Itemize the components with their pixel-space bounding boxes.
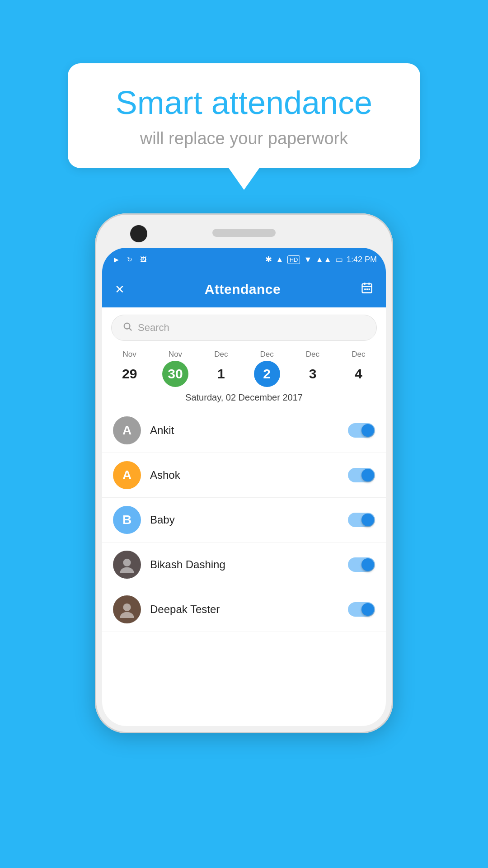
status-time: 1:42 PM bbox=[347, 255, 377, 264]
bluetooth-icon: ✱ bbox=[265, 255, 272, 264]
status-bar: ▶ ↻ 🖼 ✱ ▲ HD ▼ ▲▲ ▭ 1:42 PM bbox=[102, 248, 386, 271]
attendance-item-baby: B Baby bbox=[102, 498, 386, 542]
person-name-deepak: Deepak Tester bbox=[150, 603, 348, 616]
svg-point-11 bbox=[123, 604, 131, 611]
close-button[interactable]: ✕ bbox=[115, 283, 125, 297]
search-bar[interactable]: Search bbox=[111, 315, 377, 341]
avatar-bikash bbox=[113, 551, 141, 579]
attendance-toggle-deepak[interactable] bbox=[348, 602, 375, 617]
calendar-nums-row: 29301234 bbox=[107, 361, 381, 387]
phone-mockup: ▶ ↻ 🖼 ✱ ▲ HD ▼ ▲▲ ▭ 1:42 PM ✕ Attendance bbox=[95, 213, 393, 733]
phone-screen: ▶ ↻ 🖼 ✱ ▲ HD ▼ ▲▲ ▭ 1:42 PM ✕ Attendance bbox=[102, 248, 386, 726]
svg-point-12 bbox=[120, 612, 134, 618]
photo-icon: 🖼 bbox=[138, 256, 148, 263]
calendar-day-30[interactable]: 30 bbox=[157, 361, 193, 387]
svg-point-9 bbox=[123, 559, 131, 566]
svg-point-10 bbox=[120, 567, 134, 573]
battery-icon: ▭ bbox=[335, 255, 343, 264]
attendance-toggle-bikash[interactable] bbox=[348, 557, 375, 572]
attendance-item-deepak: Deepak Tester bbox=[102, 587, 386, 632]
svg-rect-4 bbox=[364, 288, 366, 290]
attendance-toggle-baby[interactable] bbox=[348, 513, 375, 527]
speech-bubble: Smart attendance will replace your paper… bbox=[68, 63, 420, 168]
person-name-ashok: Ashok bbox=[150, 469, 348, 481]
calendar-month-label: Dec bbox=[295, 350, 331, 361]
wifi-icon: ▼ bbox=[304, 255, 312, 264]
search-placeholder: Search bbox=[138, 322, 169, 334]
calendar-strip: NovNovDecDecDecDec 29301234 Saturday, 02… bbox=[102, 346, 386, 408]
avatar-ashok: A bbox=[113, 461, 141, 489]
calendar-day-29[interactable]: 29 bbox=[112, 361, 148, 387]
calendar-button[interactable] bbox=[361, 282, 373, 297]
calendar-month-label: Nov bbox=[157, 350, 193, 361]
attendance-toggle-ankit[interactable] bbox=[348, 423, 375, 438]
bubble-subtitle: will replace your paperwork bbox=[95, 129, 393, 148]
hd-badge: HD bbox=[287, 255, 300, 264]
svg-point-7 bbox=[124, 323, 130, 329]
calendar-day-2[interactable]: 2 bbox=[249, 361, 285, 387]
phone-speaker bbox=[212, 229, 276, 237]
attendance-list: A Ankit A Ashok B Baby Bikash Dashing bbox=[102, 408, 386, 726]
calendar-month-label: Dec bbox=[203, 350, 239, 361]
status-right: ✱ ▲ HD ▼ ▲▲ ▭ 1:42 PM bbox=[265, 255, 377, 264]
avatar-baby: B bbox=[113, 506, 141, 534]
calendar-days-row: NovNovDecDecDecDec bbox=[107, 350, 381, 361]
app-bar: ✕ Attendance bbox=[102, 271, 386, 307]
calendar-day-3[interactable]: 3 bbox=[295, 361, 331, 387]
search-icon bbox=[122, 321, 132, 334]
attendance-item-bikash: Bikash Dashing bbox=[102, 542, 386, 587]
phone-camera bbox=[130, 225, 147, 242]
svg-rect-5 bbox=[366, 288, 368, 290]
calendar-month-label: Dec bbox=[249, 350, 285, 361]
person-name-bikash: Bikash Dashing bbox=[150, 558, 348, 571]
svg-line-8 bbox=[129, 328, 131, 330]
calendar-day-4[interactable]: 4 bbox=[340, 361, 376, 387]
attendance-item-ankit: A Ankit bbox=[102, 408, 386, 453]
sync-icon: ↻ bbox=[125, 256, 135, 263]
svg-rect-6 bbox=[368, 288, 370, 290]
person-name-ankit: Ankit bbox=[150, 424, 348, 437]
attendance-item-ashok: A Ashok bbox=[102, 453, 386, 498]
attendance-toggle-ashok[interactable] bbox=[348, 468, 375, 482]
bubble-title: Smart attendance bbox=[95, 85, 393, 121]
person-name-baby: Baby bbox=[150, 514, 348, 526]
phone-frame: ▶ ↻ 🖼 ✱ ▲ HD ▼ ▲▲ ▭ 1:42 PM ✕ Attendance bbox=[95, 213, 393, 733]
calendar-icon bbox=[361, 282, 373, 294]
avatar-ankit: A bbox=[113, 416, 141, 444]
status-left-icons: ▶ ↻ 🖼 bbox=[111, 256, 148, 263]
calendar-month-label: Dec bbox=[340, 350, 376, 361]
app-bar-title: Attendance bbox=[205, 282, 281, 297]
signal-bars: ▲▲ bbox=[315, 255, 332, 264]
calendar-month-label: Nov bbox=[112, 350, 148, 361]
selected-date: Saturday, 02 December 2017 bbox=[107, 387, 381, 406]
avatar-deepak bbox=[113, 595, 141, 623]
svg-rect-0 bbox=[362, 283, 371, 292]
calendar-day-1[interactable]: 1 bbox=[203, 361, 239, 387]
signal-icon: ▲ bbox=[276, 255, 284, 264]
youtube-icon: ▶ bbox=[111, 256, 121, 263]
